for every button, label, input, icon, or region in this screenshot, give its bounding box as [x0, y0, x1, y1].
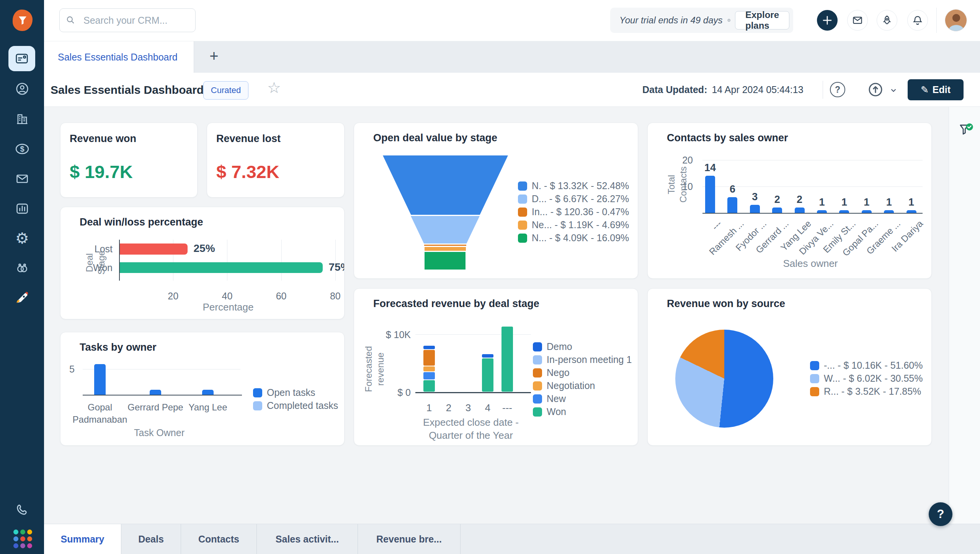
user-avatar[interactable]	[945, 9, 967, 31]
inbox-button[interactable]	[847, 10, 868, 31]
legend-label: Nego	[547, 367, 570, 378]
gridline	[281, 240, 282, 281]
x-tick: 60	[272, 291, 291, 302]
x-axis-title: Expected close date - Quarter of the Yea…	[412, 416, 530, 442]
legend-label: -... - $ 10.16K - 51.60%	[824, 360, 923, 371]
bar-value: 25%	[194, 242, 215, 255]
avatar-photo	[945, 10, 967, 31]
info-icon[interactable]	[727, 15, 730, 25]
legend-swatch	[533, 407, 542, 417]
sidebar-item-accounts[interactable]	[15, 111, 30, 126]
search-input[interactable]	[59, 8, 196, 32]
legend-swatch	[810, 387, 819, 396]
chevron-down-icon[interactable]	[889, 86, 898, 95]
help-circle-icon[interactable]: ?	[830, 82, 845, 97]
explore-plans-button[interactable]: Explore plans	[735, 11, 789, 29]
bar	[862, 210, 872, 213]
bar-value: 1	[810, 196, 833, 208]
sidebar-item-analytics[interactable]	[15, 201, 30, 216]
gridline	[415, 334, 531, 335]
legend-swatch	[810, 361, 819, 370]
quick-add-button[interactable]	[817, 10, 838, 31]
edit-button[interactable]: ✎ Edit	[908, 79, 964, 100]
x-tick: 20	[163, 291, 183, 302]
sidebar-item-deals[interactable]: $	[15, 141, 30, 157]
pencil-icon: ✎	[921, 84, 929, 95]
sidebar-item-email[interactable]	[15, 171, 30, 186]
y-axis-title: Total Contacts	[666, 150, 689, 219]
legend-swatch	[253, 401, 262, 410]
help-fab-button[interactable]: ?	[929, 502, 952, 526]
bar-value: 1	[900, 196, 923, 208]
sidebar-item-dashboard[interactable]	[8, 46, 35, 71]
bar	[120, 243, 188, 255]
chart-card-contacts-by-owner: Contacts by sales owner 201014---6Ramesh…	[647, 123, 932, 279]
tab-sales-activities[interactable]: Sales activit...	[257, 524, 358, 554]
x-axis-line	[415, 392, 531, 393]
y-axis-title: Deal Stage	[84, 240, 107, 286]
bar-segment	[482, 354, 493, 358]
revenue-by-source-pie: -... - $ 10.16K - 51.60%W... - $ 6.02K -…	[648, 289, 931, 445]
bell-icon	[912, 15, 923, 26]
bar-segment	[423, 350, 435, 366]
tab-sales-essentials-dashboard[interactable]: Sales Essentials Dashboard	[44, 41, 194, 73]
mail-icon	[852, 15, 863, 26]
funnel-segment	[383, 155, 508, 215]
legend-swatch	[518, 208, 527, 217]
y-axis-title: Forecasted revenue	[363, 331, 386, 407]
open-deal-value-funnel: N. - $ 13.32K - 52.48%D... - $ 6.67K - 2…	[354, 123, 638, 278]
freshworks-logo-icon[interactable]	[13, 10, 33, 31]
data-updated-value: 14 Apr 2024 05:44:13	[712, 84, 803, 95]
kpi-card-revenue-lost: Revenue lost $ 7.32K	[207, 123, 345, 198]
legend-label: In... - $ 120.36 - 0.47%	[532, 206, 629, 217]
bar-value: 14	[699, 162, 722, 174]
kpi-title: Revenue lost	[216, 133, 281, 145]
bar	[906, 210, 916, 213]
app-switcher-icon[interactable]	[13, 529, 31, 548]
filter-funnel-check-icon[interactable]	[957, 122, 973, 138]
header-divider	[823, 81, 823, 99]
funnel-segment	[425, 247, 466, 251]
dashboard-content: Revenue won $ 19.7K Revenue lost $ 7.32K…	[44, 107, 980, 524]
legend-swatch	[518, 181, 527, 191]
contacts-by-owner-chart: 201014---6Ramesh ...3Fyodor ...2Gerrard …	[648, 123, 931, 278]
legend-label: W... - $ 6.02K - 30.55%	[824, 373, 923, 384]
favorite-star-icon[interactable]: ☆	[267, 79, 281, 96]
add-tab-button[interactable]: +	[202, 41, 226, 73]
sidebar-item-freddy[interactable]	[15, 260, 30, 276]
y-tick: 5	[65, 364, 79, 375]
bar	[817, 210, 827, 213]
tab-summary[interactable]: Summary	[44, 524, 121, 554]
legend-label: D... - $ 6.67K - 26.27%	[532, 193, 629, 204]
chart-card-revenue-by-source: Revenue won by source -... - $ 10.16K - …	[647, 288, 932, 446]
sidebar-item-settings[interactable]: ⚙	[15, 230, 30, 246]
funnel-segment	[411, 216, 480, 243]
bar-value: 1	[833, 196, 856, 208]
notifications-button[interactable]	[907, 10, 928, 31]
data-updated: Data Updated: 14 Apr 2024 05:44:13	[642, 73, 804, 107]
legend-swatch	[518, 194, 527, 204]
bar-segment	[501, 327, 513, 392]
legend-swatch	[533, 368, 542, 378]
sidebar-item-phone[interactable]	[15, 502, 30, 518]
rocket-icon	[15, 291, 30, 306]
sidebar-item-launch[interactable]	[15, 291, 30, 306]
bar	[795, 208, 805, 213]
topbar: Your trial ends in 49 days Explore plans	[44, 0, 980, 41]
bar-segment	[482, 358, 493, 392]
whats-new-button[interactable]	[877, 10, 897, 31]
bar	[705, 176, 715, 213]
bar-segment	[423, 366, 435, 371]
x-tick: 40	[217, 291, 237, 302]
deal-win-loss-chart: 20406080Lost25%Won75%Deal StagePercentag…	[60, 207, 344, 319]
tab-deals[interactable]: Deals	[121, 524, 181, 554]
tab-revenue-breakdown[interactable]: Revenue bre...	[358, 524, 461, 554]
sidebar-item-contacts[interactable]	[15, 81, 30, 96]
bar-segment	[423, 372, 435, 379]
tab-contacts[interactable]: Contacts	[181, 524, 257, 554]
bar	[839, 210, 849, 213]
legend-swatch	[533, 394, 542, 404]
export-icon[interactable]	[867, 81, 884, 98]
bar	[94, 364, 106, 395]
bar-value: 2	[766, 194, 789, 206]
